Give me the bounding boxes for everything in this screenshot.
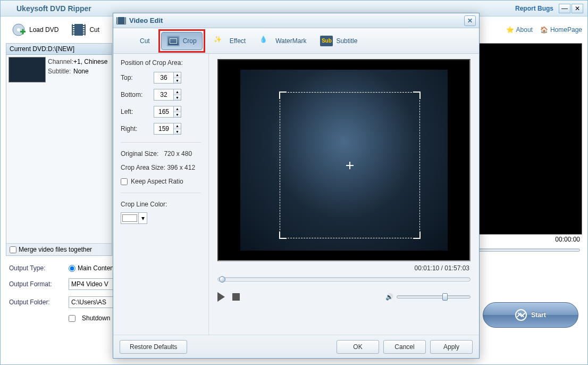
crop-size-label: Crop Area Size:	[121, 164, 165, 171]
volume-icon: 🔊	[385, 293, 393, 301]
crop-settings-panel: Position of Crop Area: Top: ▲▼ Bottom: ▲…	[113, 54, 209, 335]
output-type-label: Output Type:	[9, 264, 62, 272]
crop-handle-tr[interactable]	[413, 92, 421, 99]
left-spin-down[interactable]: ▼	[174, 112, 181, 118]
output-format-label: Output Format:	[9, 280, 62, 288]
star-icon: ⭐	[506, 26, 514, 34]
subtitle-label: Subtitle:	[48, 68, 73, 75]
crop-handle-tl[interactable]	[279, 92, 287, 99]
cancel-button[interactable]: Cancel	[383, 340, 426, 354]
subtitle-icon: Sub	[320, 36, 333, 46]
top-input[interactable]	[154, 72, 174, 84]
current-dvd-header: Current DVD:D:\[NEW]	[6, 44, 112, 55]
bottom-spin-down[interactable]: ▼	[174, 95, 181, 101]
color-swatch	[122, 214, 137, 222]
crop-handle-bl[interactable]	[279, 231, 287, 239]
crop-center-icon	[346, 162, 354, 169]
original-size-label: Original Size:	[121, 150, 158, 157]
crop-preview[interactable]	[217, 59, 471, 261]
crop-color-selector[interactable]: ▾	[121, 212, 147, 224]
ok-button[interactable]: OK	[337, 340, 379, 354]
dialog-footer: Restore Defaults OK Cancel Apply	[113, 335, 479, 358]
homepage-link[interactable]: 🏠HomePage	[540, 26, 582, 34]
stop-button[interactable]	[232, 293, 240, 301]
shutdown-checkbox[interactable]	[69, 315, 75, 322]
dialog-titlebar: Video Edit ✕	[113, 13, 479, 28]
crop-size-value: 396 x 412	[167, 164, 195, 171]
refresh-icon	[515, 309, 527, 321]
dvd-item[interactable]: Channel:+1, Chinese Subtitle:None	[6, 55, 112, 85]
bottom-label: Bottom:	[121, 91, 154, 98]
tab-watermark[interactable]: 💧 WaterMark	[254, 32, 312, 49]
crop-selection[interactable]	[280, 92, 420, 238]
wand-icon: ✨	[214, 36, 226, 46]
top-label: Top:	[121, 74, 154, 81]
apply-button[interactable]: Apply	[430, 340, 473, 354]
tab-crop[interactable]: Crop	[161, 32, 203, 50]
bottom-spin-up[interactable]: ▲	[174, 89, 181, 95]
crop-color-label: Crop Line Color:	[121, 201, 201, 208]
film-icon	[116, 17, 126, 24]
position-title: Position of Crop Area:	[121, 59, 201, 67]
start-button[interactable]: Start	[483, 302, 578, 328]
minimize-button[interactable]: —	[559, 4, 570, 13]
crop-handle-br[interactable]	[413, 231, 421, 239]
merge-label: Merge video files together	[19, 246, 92, 253]
top-spin-up[interactable]: ▲	[174, 72, 181, 78]
dialog-close-button[interactable]: ✕	[464, 15, 476, 26]
keep-aspect-label: Keep Aspect Ratio	[131, 178, 183, 185]
crop-tab-highlight: Crop	[158, 29, 205, 53]
dvd-plus-icon	[11, 22, 26, 37]
cut-button[interactable]: Cut	[66, 19, 105, 40]
load-dvd-button[interactable]: Load DVD	[6, 19, 64, 40]
shutdown-label: Shutdown	[82, 314, 110, 322]
seek-thumb[interactable]	[219, 276, 225, 283]
film-cut-icon	[71, 22, 86, 37]
chevron-down-icon: ▾	[138, 213, 147, 223]
load-dvd-label: Load DVD	[29, 26, 58, 34]
svg-point-1	[17, 28, 20, 31]
channel-value: +1, Chinese	[73, 58, 107, 65]
play-button[interactable]	[217, 292, 225, 302]
left-spin-up[interactable]: ▲	[174, 106, 181, 112]
home-icon: 🏠	[540, 26, 548, 34]
tab-subtitle[interactable]: Sub Subtitle	[315, 32, 363, 49]
cut-label: Cut	[89, 26, 99, 34]
dialog-tabs: Cut Crop ✨ Effect 💧 WaterMark Sub Subtit…	[113, 28, 479, 54]
left-label: Left:	[121, 108, 154, 115]
dialog-volume-slider[interactable]	[397, 295, 471, 298]
output-folder-label: Output Folder:	[9, 298, 62, 306]
top-spin-down[interactable]: ▼	[174, 78, 181, 84]
bottom-input[interactable]	[154, 89, 174, 101]
start-label: Start	[531, 311, 545, 319]
crop-icon	[167, 36, 180, 46]
dvd-list-panel: Current DVD:D:\[NEW] Channel:+1, Chinese…	[6, 43, 112, 256]
left-input[interactable]	[154, 106, 174, 118]
channel-label: Channel:	[48, 58, 73, 65]
dialog-title: Video Edit	[129, 16, 464, 24]
seek-slider[interactable]	[217, 277, 471, 281]
about-link[interactable]: ⭐About	[506, 26, 533, 34]
dvd-thumbnail	[9, 57, 46, 82]
keep-aspect-checkbox[interactable]	[121, 178, 128, 185]
report-bugs-link[interactable]: Report Bugs	[515, 5, 553, 12]
right-input[interactable]	[154, 123, 174, 135]
svg-rect-3	[22, 29, 24, 35]
right-label: Right:	[121, 125, 154, 132]
merge-checkbox[interactable]	[10, 246, 16, 253]
right-spin-down[interactable]: ▼	[174, 129, 181, 135]
crop-preview-panel: 00:01:10 / 01:57:03 🔊	[209, 54, 479, 335]
output-type-value: Main Content	[78, 264, 115, 272]
restore-defaults-button[interactable]: Restore Defaults	[120, 340, 187, 354]
right-spin-up[interactable]: ▲	[174, 123, 181, 129]
app-title: Ukeysoft DVD Ripper	[5, 4, 515, 13]
film-scissors-icon	[124, 36, 137, 46]
tab-effect[interactable]: ✨ Effect	[208, 32, 251, 49]
close-button[interactable]: ✕	[572, 4, 583, 13]
tab-cut[interactable]: Cut	[119, 32, 155, 49]
merge-row: Merge video files together	[6, 243, 112, 255]
video-edit-dialog: Video Edit ✕ Cut Crop ✨ Effect 💧 WaterMa…	[113, 13, 480, 359]
droplet-icon: 💧	[259, 36, 272, 46]
output-type-radio[interactable]	[69, 265, 75, 272]
subtitle-value: None	[73, 68, 89, 75]
